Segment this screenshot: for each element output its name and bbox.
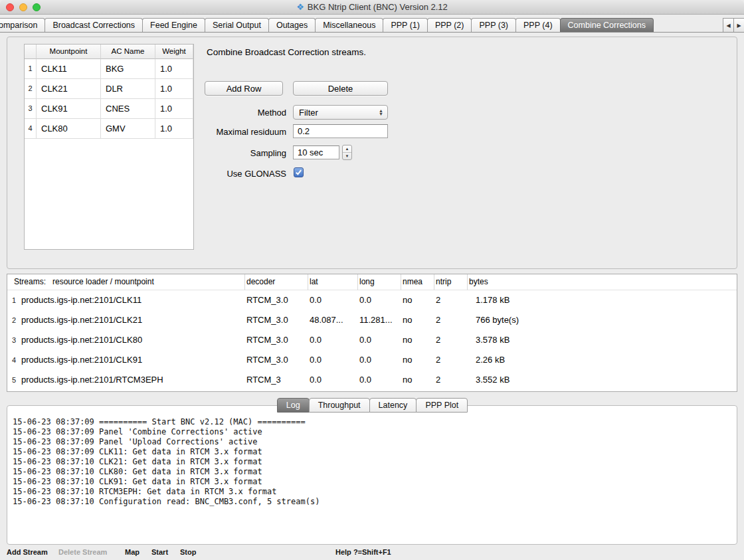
main-tabbar: omparison Broadcast Corrections Feed Eng…	[0, 15, 744, 33]
tab-ppp-4[interactable]: PPP (4)	[515, 18, 561, 32]
col-header-weight[interactable]: Weight	[155, 45, 193, 59]
cell-lat: 48.087...	[308, 310, 358, 330]
app-icon: ❖	[296, 3, 304, 11]
streams-table[interactable]: Streams: resource loader / mountpoint de…	[7, 274, 737, 392]
log-line: 15-06-23 08:37:09 Panel 'Upload Correcti…	[13, 437, 731, 447]
log-content: 15-06-23 08:37:09 ========== Start BNC v…	[13, 417, 731, 540]
row-number: 1	[25, 59, 37, 79]
cell-bytes: 766 byte(s)	[468, 310, 737, 330]
col-header-bytes[interactable]: bytes	[468, 274, 737, 290]
cell-mountpoint: products.igs-ip.net:2101/CLK80	[21, 330, 245, 350]
add-stream-button[interactable]: Add Stream	[7, 548, 48, 556]
table-row[interactable]: 4 CLK80 GMV 1.0	[25, 119, 193, 139]
statusbar: Add Stream Delete Stream Map Start Stop …	[0, 545, 744, 560]
cell-nmea: no	[401, 290, 434, 310]
stream-row[interactable]: 4 products.igs-ip.net:2101/CLK91 RTCM_3.…	[7, 350, 737, 370]
cell-decoder: RTCM_3.0	[245, 310, 308, 330]
stream-row[interactable]: 3 products.igs-ip.net:2101/CLK80 RTCM_3.…	[7, 330, 737, 350]
col-header-mountpoint[interactable]: Mountpoint	[37, 45, 101, 59]
stream-row[interactable]: 1 products.igs-ip.net:2101/CLK11 RTCM_3.…	[7, 290, 737, 310]
col-header-long[interactable]: long	[358, 274, 401, 290]
table-row[interactable]: 1 CLK11 BKG 1.0	[25, 59, 193, 79]
tab-outages[interactable]: Outages	[268, 18, 316, 32]
delete-stream-button[interactable]: Delete Stream	[58, 548, 107, 556]
table-row[interactable]: 2 CLK21 DLR 1.0	[25, 79, 193, 99]
table-row[interactable]: 3 CLK91 CNES 1.0	[25, 99, 193, 119]
cell-mountpoint: products.igs-ip.net:2101/CLK91	[21, 350, 245, 370]
cell-ntrip: 2	[434, 330, 468, 350]
log-line: 15-06-23 08:37:10 Configuration read: BN…	[13, 497, 731, 507]
maximal-residuum-input[interactable]	[293, 124, 388, 138]
cell-ac-name: BKG	[101, 59, 155, 79]
method-selected-value: Filter	[294, 108, 377, 118]
cell-decoder: RTCM_3	[245, 370, 308, 390]
stop-button[interactable]: Stop	[180, 548, 196, 556]
col-header-ntrip[interactable]: ntrip	[434, 274, 468, 290]
row-number: 2	[7, 310, 21, 330]
use-glonass-checkbox[interactable]	[294, 167, 304, 177]
tab-ppp-plot[interactable]: PPP Plot	[416, 398, 468, 413]
col-header-decoder[interactable]: decoder	[245, 274, 308, 290]
method-select[interactable]: Filter ▲▼	[293, 105, 388, 120]
tab-throughput[interactable]: Throughput	[309, 398, 370, 413]
col-header-lat[interactable]: lat	[308, 274, 358, 290]
sampling-stepper: ▲ ▼	[342, 145, 352, 160]
stream-row[interactable]: 2 products.igs-ip.net:2101/CLK21 RTCM_3.…	[7, 310, 737, 330]
cell-bytes: 1.178 kB	[468, 290, 737, 310]
log-area: 15-06-23 08:37:09 ========== Start BNC v…	[7, 398, 737, 545]
tab-miscellaneous[interactable]: Miscellaneous	[315, 18, 383, 32]
cell-ac-name: CNES	[101, 99, 155, 119]
cell-lat: 0.0	[308, 290, 358, 310]
stepper-up-button[interactable]: ▲	[343, 145, 351, 153]
log-line: 15-06-23 08:37:09 CLK11: Get data in RTC…	[13, 447, 731, 457]
tab-comparison[interactable]: omparison	[0, 18, 45, 32]
start-button[interactable]: Start	[151, 548, 168, 556]
bnc-window: ❖ BKG Ntrip Client (BNC) Version 2.12 om…	[0, 0, 744, 560]
cell-lat: 0.0	[308, 370, 358, 390]
cell-weight: 1.0	[155, 79, 193, 99]
method-label: Method	[173, 108, 286, 118]
use-glonass-label: Use GLONASS	[173, 169, 286, 179]
cell-ntrip: 2	[434, 310, 468, 330]
tab-combine-corrections[interactable]: Combine Corrections	[560, 18, 654, 32]
col-header-nmea[interactable]: nmea	[401, 274, 434, 290]
stream-row[interactable]: 5 products.igs-ip.net:2101/RTCM3EPH RTCM…	[7, 370, 737, 390]
cell-mountpoint: CLK91	[37, 99, 101, 119]
map-button[interactable]: Map	[125, 548, 140, 556]
tab-ppp-1[interactable]: PPP (1)	[383, 18, 428, 32]
cell-mountpoint: CLK21	[37, 79, 101, 99]
row-number: 4	[25, 119, 37, 139]
cell-nmea: no	[401, 350, 434, 370]
tab-latency[interactable]: Latency	[369, 398, 417, 413]
cell-mountpoint: CLK80	[37, 119, 101, 139]
col-header-ac-name[interactable]: AC Name	[101, 45, 155, 59]
titlebar[interactable]: ❖ BKG Ntrip Client (BNC) Version 2.12	[0, 0, 744, 15]
add-row-button[interactable]: Add Row	[205, 81, 283, 96]
tab-feed-engine[interactable]: Feed Engine	[142, 18, 205, 32]
chevron-left-icon: ◀	[726, 23, 730, 29]
cell-ntrip: 2	[434, 370, 468, 390]
log-line: 15-06-23 08:37:10 RTCM3EPH: Get data in …	[13, 487, 731, 497]
delete-button[interactable]: Delete	[293, 81, 388, 96]
row-number: 1	[7, 290, 21, 310]
row-number: 3	[25, 99, 37, 119]
tab-broadcast-corrections[interactable]: Broadcast Corrections	[45, 18, 143, 32]
tab-ppp-3[interactable]: PPP (3)	[471, 18, 516, 32]
window-title-text: BKG Ntrip Client (BNC) Version 2.12	[308, 2, 448, 12]
stepper-down-button[interactable]: ▼	[343, 153, 351, 159]
tab-serial-output[interactable]: Serial Output	[205, 18, 269, 32]
tab-ppp-2[interactable]: PPP (2)	[427, 18, 472, 32]
cell-weight: 1.0	[155, 59, 193, 79]
log-line: 15-06-23 08:37:10 CLK21: Get data in RTC…	[13, 457, 731, 467]
cell-lat: 0.0	[308, 350, 358, 370]
log-frame[interactable]: 15-06-23 08:37:09 ========== Start BNC v…	[7, 405, 737, 545]
sampling-input[interactable]	[293, 145, 339, 159]
cell-nmea: no	[401, 370, 434, 390]
mountpoint-table-header: Mountpoint AC Name Weight	[25, 45, 193, 59]
mountpoint-table[interactable]: Mountpoint AC Name Weight 1 CLK11 BKG 1.…	[24, 44, 194, 250]
tab-scroll-right-button[interactable]: ▶	[733, 18, 744, 32]
tab-log[interactable]: Log	[277, 398, 310, 413]
tab-scroll-left-button[interactable]: ◀	[723, 18, 734, 32]
cell-mountpoint: CLK11	[37, 59, 101, 79]
col-header-streams[interactable]: Streams: resource loader / mountpoint	[7, 274, 245, 290]
